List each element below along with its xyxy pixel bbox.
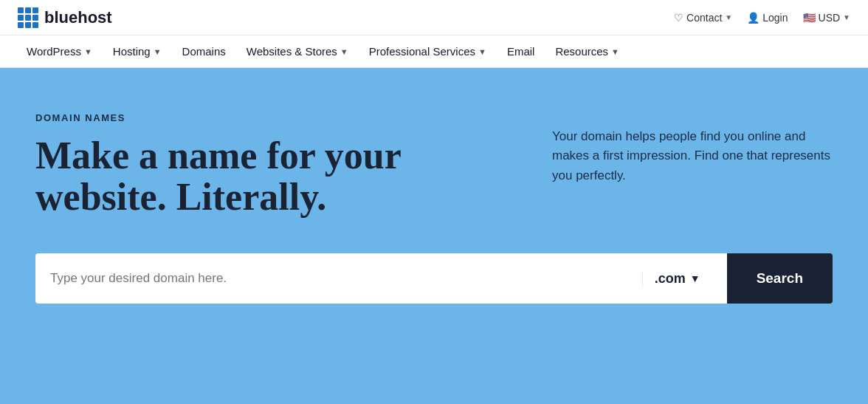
currency-selector[interactable]: 🇺🇸 USD ▼ xyxy=(803,12,850,24)
nav-item-resources[interactable]: Resources ▼ xyxy=(546,35,628,68)
logo-grid-icon xyxy=(18,7,38,28)
resources-chevron-icon: ▼ xyxy=(611,47,619,56)
nav-item-email[interactable]: Email xyxy=(498,35,544,68)
top-right-links: ♡ Contact ▼ 👤 Login 🇺🇸 USD ▼ xyxy=(674,12,850,24)
nav-item-wordpress[interactable]: WordPress ▼ xyxy=(18,35,101,68)
tld-chevron-icon: ▼ xyxy=(690,273,700,284)
logo[interactable]: bluehost xyxy=(18,7,112,28)
hero-headline: Make a name for your website. Literally. xyxy=(35,135,449,218)
flag-icon: 🇺🇸 xyxy=(803,12,816,24)
search-button[interactable]: Search xyxy=(727,253,833,304)
currency-chevron-icon: ▼ xyxy=(843,13,850,21)
nav-item-domains[interactable]: Domains xyxy=(173,35,235,68)
hero-right: Your domain helps people find you online… xyxy=(552,112,833,185)
nav-bar: WordPress ▼ Hosting ▼ Domains Websites &… xyxy=(0,35,868,68)
user-icon: 👤 xyxy=(747,12,760,24)
top-bar: bluehost ♡ Contact ▼ 👤 Login 🇺🇸 USD ▼ xyxy=(0,0,868,35)
contact-chevron-icon: ▼ xyxy=(725,13,732,21)
hero-section: DOMAIN NAMES Make a name for your websit… xyxy=(0,68,868,404)
contact-icon: ♡ xyxy=(674,12,683,24)
login-link[interactable]: 👤 Login xyxy=(747,12,788,24)
wordpress-chevron-icon: ▼ xyxy=(84,47,92,56)
domain-search-bar: .com ▼ Search xyxy=(35,253,833,304)
hero-description: Your domain helps people find you online… xyxy=(552,127,833,185)
hero-left: DOMAIN NAMES Make a name for your websit… xyxy=(35,112,449,218)
tld-value: .com xyxy=(655,271,686,287)
nav-item-professional-services[interactable]: Professional Services ▼ xyxy=(360,35,495,68)
search-input-wrapper: .com ▼ xyxy=(35,253,727,304)
professional-chevron-icon: ▼ xyxy=(478,47,486,56)
contact-link[interactable]: ♡ Contact ▼ xyxy=(674,12,732,24)
nav-item-websites-stores[interactable]: Websites & Stores ▼ xyxy=(238,35,357,68)
nav-item-hosting[interactable]: Hosting ▼ xyxy=(104,35,170,68)
hero-content: DOMAIN NAMES Make a name for your websit… xyxy=(35,112,833,218)
logo-text: bluehost xyxy=(44,8,112,27)
tld-selector[interactable]: .com ▼ xyxy=(642,271,712,287)
websites-chevron-icon: ▼ xyxy=(340,47,348,56)
hero-eyebrow: DOMAIN NAMES xyxy=(35,112,449,123)
hosting-chevron-icon: ▼ xyxy=(154,47,162,56)
domain-search-input[interactable] xyxy=(50,271,642,286)
